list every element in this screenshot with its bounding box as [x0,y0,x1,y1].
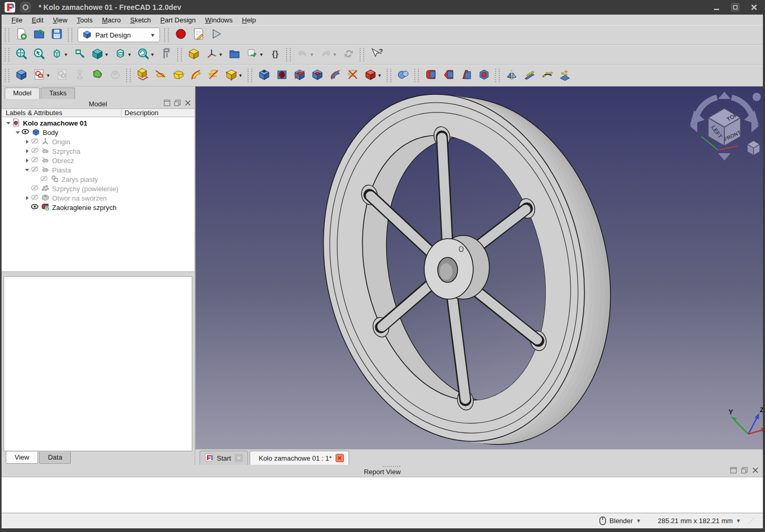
toolbar-handle[interactable] [164,28,169,42]
create-coordinate-system-button[interactable]: ▼ [203,46,225,63]
create-shape-binder-button[interactable] [89,67,106,84]
tree-item-zarys-piasty[interactable]: Zarys piasty [2,175,194,184]
create-clone-button[interactable] [107,67,124,84]
menu-edit[interactable]: Edit [27,16,48,24]
expander-down-icon[interactable] [25,169,29,171]
expander-right-icon[interactable] [26,149,29,153]
redo-button[interactable]: ▼ [317,46,339,63]
visibility-eye-icon[interactable] [31,137,41,146]
axonometric-views-button[interactable]: ▼ [48,46,70,63]
refresh-button[interactable] [340,46,357,63]
additive-pipe-button[interactable] [188,67,204,84]
save-document-button[interactable] [48,27,65,43]
multi-transform-button[interactable] [557,67,573,84]
expander-down-icon[interactable] [16,131,20,134]
toolbar-handle[interactable] [68,28,72,42]
menu-view[interactable]: View [48,16,72,24]
column-description[interactable]: Description [121,109,194,117]
toolbar-handle[interactable] [414,69,419,82]
toolbar-handle[interactable] [248,69,252,82]
report-view-content[interactable] [2,477,763,513]
box-zoom-button[interactable] [71,46,88,63]
panel-close-icon[interactable] [184,100,191,108]
menu-macro[interactable]: Macro [97,16,126,24]
hole-button[interactable] [274,67,290,84]
menu-sketch[interactable]: Sketch [126,16,156,24]
measure-button[interactable] [158,46,175,63]
subtractive-loft-button[interactable] [309,67,326,84]
undo-button[interactable]: ▼ [294,46,316,63]
toolbar-handle[interactable] [177,48,182,61]
make-link-button[interactable]: ▼ [244,46,266,63]
navcube-arrow-up[interactable] [718,92,731,99]
dimensions-dropdown-icon[interactable]: ▼ [736,518,741,524]
open-document-button[interactable] [31,27,47,43]
property-tab-view[interactable]: View [6,452,38,464]
visibility-eye-icon[interactable] [31,156,41,165]
draw-style-button[interactable]: ▼ [89,46,111,63]
menu-help[interactable]: Help [237,16,261,24]
edit-sketch-button[interactable] [54,67,70,84]
tab-close-icon[interactable]: ✕ [336,454,344,462]
subtractive-primitive-button[interactable]: ▼ [362,67,384,84]
revolution-button[interactable] [152,67,169,84]
visibility-eye-icon[interactable] [31,165,41,175]
pad-button[interactable] [134,67,151,84]
column-labels-attributes[interactable]: Labels & Attributes [2,109,121,117]
menu-part-design[interactable]: Part Design [156,16,201,24]
expander-down-icon[interactable] [6,122,10,125]
subtractive-helix-button[interactable] [344,67,361,84]
dock-splitter[interactable] [2,272,194,276]
tree-column-headers[interactable]: Labels & Attributes Description [2,108,194,117]
create-sketch-button[interactable]: ▼ [31,67,53,84]
expander-right-icon[interactable] [26,140,29,144]
fit-selection-button[interactable] [31,46,47,63]
fillet-button[interactable] [423,67,439,84]
report-view-header[interactable]: Report View [2,465,763,477]
toolbar-handle[interactable] [387,69,391,82]
new-document-button[interactable] [13,27,30,43]
panel-minimize-icon[interactable] [164,100,170,108]
visibility-eye-icon[interactable] [31,193,41,203]
navcube-mini-cube[interactable] [747,141,760,155]
toolbar-handle[interactable] [5,28,9,42]
create-part-button[interactable] [186,46,202,63]
visibility-eye-icon[interactable] [40,175,51,184]
expander-right-icon[interactable] [26,158,29,163]
tree-item-piasta[interactable]: Piasta [2,165,194,175]
toolbar-handle[interactable] [5,48,9,61]
mdi-tab-kolo-zamachowe-01-1[interactable]: Kolo zamachowe 01 : 1*✕ [250,451,349,465]
toolbar-handle[interactable] [360,48,364,61]
visibility-eye-icon[interactable] [31,146,41,156]
workbench-selector[interactable]: Part Design▼ [78,28,160,42]
minimize-button[interactable] [710,2,723,13]
visibility-eye-icon[interactable] [31,203,41,212]
menu-windows[interactable]: Windows [201,16,238,24]
navcube-rotate-handle[interactable] [752,93,761,101]
draft-button[interactable] [458,67,475,84]
report-close-icon[interactable] [752,467,759,475]
additive-loft-button[interactable] [170,67,187,84]
panel-title-bar[interactable]: Model [2,99,194,108]
execute-macro-button[interactable] [208,27,225,43]
3d-view[interactable]: TOP LEFT FRONT Y [195,86,763,449]
toolbar-handle[interactable] [286,48,291,61]
toolbar-handle[interactable] [5,69,9,82]
visibility-eye-icon[interactable] [31,184,41,193]
tree-item-origin[interactable]: Origin [2,137,194,146]
tree-item-kolo-zamachowe-01[interactable]: Kolo zamachowe 01 [2,118,194,128]
report-view-grip[interactable] [382,466,400,467]
create-variable-set-button[interactable]: {} [267,46,283,63]
menu-tools[interactable]: Tools [72,16,97,24]
close-button[interactable] [747,2,761,13]
property-tab-data[interactable]: Data [39,452,71,464]
whats-this-button[interactable]: ? [368,46,385,63]
title-bar[interactable]: * Kolo zamachowe 01 - FreeCAD 1.2.0dev [0,0,765,15]
tree-item-zaokraglenie-szprych[interactable]: Zaokraglenie szprych [2,203,194,212]
mdi-tab-start[interactable]: Start✕ [200,451,248,465]
report-float-icon[interactable] [741,467,748,475]
record-macro-button[interactable] [172,27,189,43]
additive-primitive-button[interactable]: ▼ [223,67,245,84]
polar-pattern-button[interactable] [539,67,556,84]
create-datum-button[interactable] [71,67,88,84]
